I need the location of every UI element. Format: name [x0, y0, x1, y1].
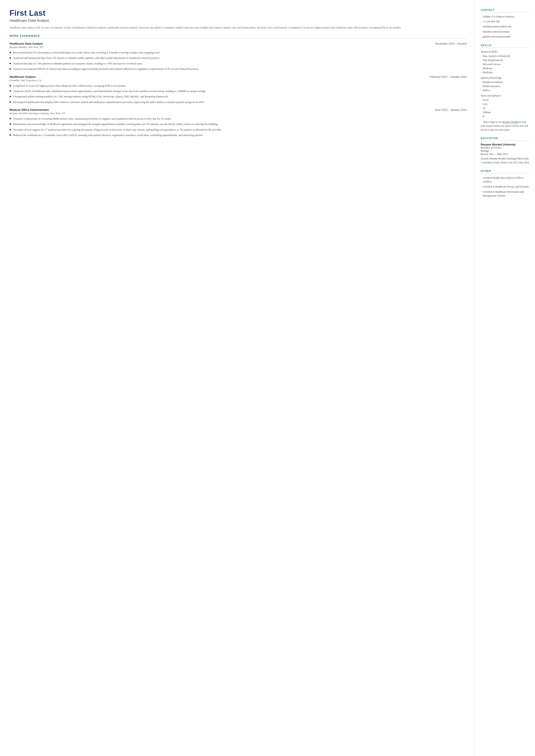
bullet-icon: · — [481, 176, 481, 180]
bullet-dot — [10, 63, 11, 64]
bullet-dot — [10, 90, 11, 92]
main-column: First Last Healthcare Data Analyst Healt… — [0, 0, 475, 756]
bullet-icon: · — [481, 81, 481, 84]
list-item: Sourced and analyzed 200GB of clinical t… — [10, 67, 467, 71]
job-1-company: Resume Worded, New York, NY — [10, 46, 467, 49]
contact-phone: · +1-234-456-789 — [481, 20, 530, 24]
skills-section: SKILLS Technical Skills: ·Data Analysis … — [481, 44, 530, 132]
job-3-bullets: Assisted 19 physicians in reviewing EMRs… — [10, 117, 467, 137]
bullet-dot — [10, 85, 11, 86]
technical-skills-label: Technical Skills: — [481, 50, 530, 53]
skill-excel: ·Excel — [481, 98, 530, 102]
job-3-company: Resume Worded's Exciting Company, New Yo… — [10, 112, 467, 115]
list-item: Developed 8 dashboards that display KPIs… — [10, 100, 467, 104]
skill-sql: ·SQL (Experienced) — [481, 59, 530, 62]
other-section: OTHER · Certified Health Data Analyst (C… — [481, 170, 530, 198]
bullet-icon: · — [481, 107, 481, 110]
skill-tableau: ·Tableau — [481, 111, 530, 114]
bullet-dot — [10, 101, 11, 103]
list-item: Completed 15 Lean Six Sigma projects tha… — [10, 84, 467, 88]
industry-skills-label: Industry Knowledge: — [481, 76, 530, 79]
job-2-title: Healthcare Analyst — [10, 75, 36, 78]
skill-5s: ·5S — [481, 107, 530, 110]
skill-r: ·R — [481, 115, 530, 118]
list-item: Analyzed 10GB of healthcare data, identi… — [10, 89, 467, 93]
education-section-title: EDUCATION — [481, 137, 530, 141]
job-3-header: Medical Office Administrator June 2010 –… — [10, 108, 467, 111]
bullet-icon: · — [481, 71, 481, 74]
edu-field: Biology — [481, 149, 530, 153]
list-item: Championed online training modules for 1… — [10, 95, 467, 99]
other-cert-3: · Certified in Healthcare Information an… — [481, 190, 530, 198]
contact-linkedin: · linkedin.com/in/username — [481, 30, 530, 34]
skill-healthcare-industry: ·Healthcare Industry — [481, 81, 530, 84]
other-cert-2: · Certified in Healthcare Privacy and Se… — [481, 185, 530, 189]
list-item: Assisted 19 physicians in reviewing EMRs… — [10, 117, 467, 121]
job-2-company: Growthsi, San Francisco, CA — [10, 79, 467, 82]
skill-data-analysis: ·Data Analysis (Advanced) — [481, 55, 530, 58]
bullet-icon: · — [481, 63, 481, 66]
bullet-icon: · — [481, 30, 481, 34]
bullet-icon: · — [481, 115, 481, 118]
bullet-icon: · — [481, 89, 481, 92]
skill-medicaid: ·Medicaid — [481, 71, 530, 74]
work-experience-section-title: WORK EXPERIENCE — [10, 35, 467, 39]
job-1-dates: November 2015 – Present — [435, 42, 467, 45]
resume-header: First Last Healthcare Data Analyst Healt… — [10, 9, 467, 30]
list-item: Analyzed and interpreted data from 159 s… — [10, 56, 467, 60]
edu-degree: Bachelor of Science — [481, 146, 530, 149]
bullet-icon: · — [481, 20, 481, 24]
bullet-icon: · — [481, 85, 481, 88]
bullet-dot — [10, 57, 11, 59]
bullet-dot — [10, 123, 11, 125]
education-section: EDUCATION Resume Worded University Bache… — [481, 137, 530, 164]
skill-medicare: ·Medicare — [481, 67, 530, 70]
contact-location: · Atlanta, GA (Open to Remote) — [481, 15, 530, 19]
job-2: Healthcare Analyst February 2013 – Octob… — [10, 75, 467, 104]
edu-location: Boston, MA — May 2010 — [481, 153, 530, 156]
bullet-icon: · — [481, 59, 481, 62]
skill-health-insurance: ·Health Insurance — [481, 85, 530, 88]
bullet-dot — [10, 129, 11, 130]
job-1: Healthcare Data Analyst November 2015 – … — [10, 42, 467, 71]
skill-ms-access: ·Microsoft Access — [481, 63, 530, 66]
skills-section-title: SKILLS — [481, 44, 530, 48]
contact-github: · github.com/resumeworded — [481, 35, 530, 39]
skills-note: · Don't forget to use Resume Worded to s… — [481, 120, 530, 132]
list-item: Maintained current knowledge of Medicare… — [10, 122, 467, 126]
edu-school: Resume Worded University — [481, 143, 530, 146]
contact-section: CONTACT · Atlanta, GA (Open to Remote) ·… — [481, 9, 530, 39]
bullet-icon: · — [481, 102, 481, 106]
bullet-icon: · — [481, 190, 481, 194]
bullet-icon: · — [481, 185, 481, 189]
edu-awards: Awards: Resume Worded Teaching Fellow (o… — [481, 157, 530, 164]
list-item: Reconciled about 91% discrepancy in the … — [10, 51, 467, 55]
job-2-dates: February 2013 – October 2015 — [430, 75, 467, 78]
job-2-header: Healthcare Analyst February 2013 – Octob… — [10, 75, 467, 78]
job-1-title: Healthcare Data Analyst — [10, 42, 43, 45]
bullet-icon: · — [481, 55, 481, 58]
bullet-icon: · — [481, 121, 481, 123]
bullet-icon: · — [481, 15, 481, 19]
skill-hipaa: ·HIPAA — [481, 89, 530, 92]
bullet-dot — [10, 134, 11, 136]
candidate-name: First Last — [10, 9, 467, 18]
job-3-title: Medical Office Administrator — [10, 108, 49, 111]
bullet-dot — [10, 96, 11, 97]
other-section-title: OTHER — [481, 170, 530, 173]
resume-worded-link[interactable]: Resume Worded — [502, 121, 519, 123]
job-3-dates: June 2010 – January 2013 — [435, 108, 467, 111]
bullet-dot — [10, 118, 11, 119]
bullet-icon: · — [481, 111, 481, 114]
summary-text: Healthcare data analyst with 10 years of… — [10, 25, 467, 30]
bullet-icon: · — [481, 25, 481, 29]
other-cert-1: · Certified Health Data Analyst (CHDA) |… — [481, 176, 530, 183]
contact-email: · email@resumeworded.com — [481, 25, 530, 29]
skill-sas: ·SAS — [481, 102, 530, 106]
job-2-bullets: Completed 15 Lean Six Sigma projects tha… — [10, 84, 467, 104]
list-item: Analyzed the data of 5.9K patients to id… — [10, 62, 467, 66]
tools-skills-label: Tools and Software: — [481, 94, 530, 98]
bullet-icon: · — [481, 67, 481, 70]
side-column: CONTACT · Atlanta, GA (Open to Remote) ·… — [475, 0, 535, 756]
list-item: Provided clerical support for 17 medical… — [10, 128, 467, 132]
